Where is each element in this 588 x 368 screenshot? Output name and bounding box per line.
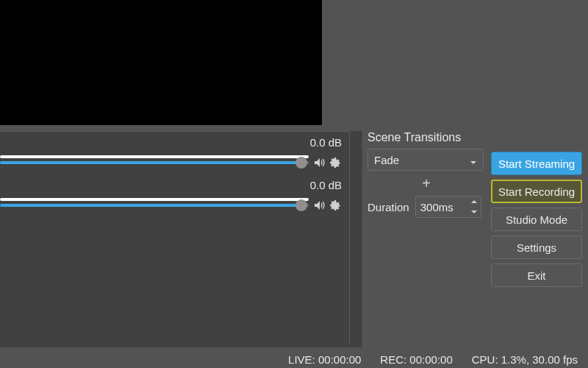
volume-slider-track[interactable] xyxy=(0,204,298,207)
status-live: LIVE: 00:00:00 xyxy=(288,353,361,366)
volume-slider-thumb[interactable] xyxy=(295,199,307,211)
transition-select[interactable]: Fade xyxy=(368,149,484,171)
status-cpu: CPU: 1.3%, 30.00 fps xyxy=(472,353,578,366)
gear-icon[interactable] xyxy=(329,199,341,211)
audio-meter xyxy=(0,155,309,158)
scene-transitions-panel: Scene Transitions Fade + Duration 300ms xyxy=(368,131,485,218)
volume-slider-track[interactable] xyxy=(0,161,298,164)
audio-db-label: 0.0 dB xyxy=(310,179,342,191)
audio-mixer-inner: 0.0 dB 0.0 dB xyxy=(0,131,350,344)
chevron-down-icon[interactable] xyxy=(470,208,478,216)
exit-button[interactable]: Exit xyxy=(491,263,582,287)
add-transition-button[interactable]: + xyxy=(422,176,431,191)
controls-panel: Start Streaming Start Recording Studio M… xyxy=(491,152,582,287)
status-rec: REC: 00:00:00 xyxy=(380,353,452,366)
audio-meter xyxy=(0,198,309,201)
studio-mode-button[interactable]: Studio Mode xyxy=(491,208,582,231)
volume-slider-thumb[interactable] xyxy=(295,157,307,169)
settings-button[interactable]: Settings xyxy=(491,236,582,259)
audio-mixer-panel: 0.0 dB 0.0 dB xyxy=(0,131,363,347)
gear-icon[interactable] xyxy=(329,157,341,169)
start-recording-button[interactable]: Start Recording xyxy=(491,180,582,203)
mixer-scrollbar[interactable] xyxy=(350,131,362,347)
duration-value: 300ms xyxy=(420,201,453,213)
scene-transitions-title: Scene Transitions xyxy=(368,131,485,144)
duration-spinbox[interactable]: 300ms xyxy=(415,196,481,218)
chevron-up-icon[interactable] xyxy=(470,198,478,205)
duration-label: Duration xyxy=(368,201,409,213)
status-bar: LIVE: 00:00:00 REC: 00:00:00 CPU: 1.3%, … xyxy=(0,350,588,368)
audio-db-label: 0.0 dB xyxy=(310,136,342,149)
audio-channel: 0.0 dB xyxy=(0,179,349,217)
start-streaming-button[interactable]: Start Streaming xyxy=(491,152,582,175)
speaker-icon[interactable] xyxy=(313,199,325,211)
transition-select-value: Fade xyxy=(374,154,399,166)
speaker-icon[interactable] xyxy=(313,157,325,169)
audio-channel: 0.0 dB xyxy=(0,136,349,174)
chevron-down-icon xyxy=(470,156,477,163)
preview-canvas[interactable] xyxy=(0,0,322,125)
spin-arrows[interactable] xyxy=(470,198,478,216)
